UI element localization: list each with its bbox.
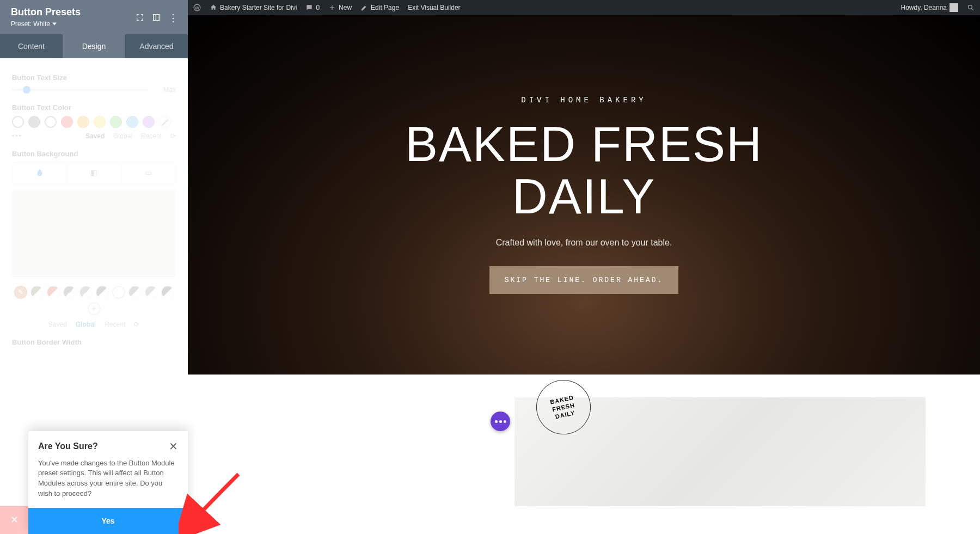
preset-dropdown[interactable]: Preset: White <box>11 20 81 28</box>
focus-icon[interactable] <box>136 13 144 22</box>
bg-swatch-add[interactable] <box>88 302 101 315</box>
swatch-blue[interactable] <box>126 116 138 128</box>
hero-section: DIVI HOME BAKERY BAKED FRESH DAILY Craft… <box>188 15 980 375</box>
subtab-saved[interactable]: Saved <box>85 132 105 140</box>
home-icon <box>210 4 217 11</box>
confirm-yes-button[interactable]: Yes <box>28 508 188 534</box>
bg-swatch-grey3[interactable] <box>96 286 109 299</box>
background-type-tabs: ◧ ▭ <box>12 162 176 185</box>
wp-exit-builder[interactable]: Exit Visual Builder <box>408 4 461 11</box>
swatch-empty[interactable] <box>45 116 57 128</box>
confirm-dialog: Are You Sure? ✕ You've made changes to t… <box>28 431 188 534</box>
search-icon <box>967 4 975 11</box>
hero-subtitle: Crafted with love, from our oven to your… <box>496 238 672 248</box>
hero-title: BAKED FRESH DAILY <box>405 119 763 223</box>
label-border-width: Button Border Width <box>12 338 176 346</box>
tab-design[interactable]: Design <box>63 34 125 58</box>
hero-eyebrow: DIVI HOME BAKERY <box>521 96 646 105</box>
refresh-icon[interactable]: ⟳ <box>170 132 176 140</box>
plus-icon <box>328 4 336 11</box>
svg-point-1 <box>968 5 972 9</box>
below-hero-section: BAKED FRESH DAILY <box>188 375 980 534</box>
bg-swatch-grey2[interactable] <box>79 286 93 299</box>
hero-cta-button[interactable]: SKIP THE LINE. ORDER AHEAD. <box>489 266 679 294</box>
bg-swatch-grey6[interactable] <box>161 286 174 299</box>
kebab-menu-icon[interactable]: ⋮ <box>168 13 177 22</box>
comment-icon <box>305 4 313 11</box>
swatch-grey[interactable] <box>28 116 40 128</box>
confirm-body: You've made changes to the Button Module… <box>28 458 188 508</box>
bg-swatch-grey1[interactable] <box>63 286 76 299</box>
wp-edit-page[interactable]: Edit Page <box>360 4 399 11</box>
wordpress-icon <box>193 4 201 11</box>
subtab2-recent[interactable]: Recent <box>105 321 125 328</box>
bg-swatch-grey5[interactable] <box>145 286 158 299</box>
bg-tab-color[interactable] <box>13 163 67 184</box>
panel-header: Button Presets Preset: White ⋮ <box>0 0 188 34</box>
wp-site-link[interactable]: Bakery Starter Site for Divi <box>210 4 297 11</box>
wp-admin-bar: Bakery Starter Site for Divi 0 New Edit … <box>188 0 980 15</box>
sidebar-toggle-icon[interactable] <box>152 13 161 22</box>
panel-tabs: Content Design Advanced <box>0 34 188 58</box>
wp-logo[interactable] <box>193 4 201 11</box>
text-size-slider[interactable] <box>12 89 149 91</box>
wp-howdy[interactable]: Howdy, Deanna <box>901 3 959 12</box>
swatch-red[interactable] <box>61 116 73 128</box>
subtab2-global[interactable]: Global <box>76 321 96 328</box>
svg-point-0 <box>194 4 200 11</box>
wp-comments[interactable]: 0 <box>305 4 320 11</box>
bg-swatch-red[interactable] <box>47 286 60 299</box>
refresh-icon-2[interactable]: ⟳ <box>134 321 139 328</box>
wp-new[interactable]: New <box>328 4 352 11</box>
label-text-color: Button Text Color <box>12 103 176 112</box>
bg-tab-gradient[interactable]: ◧ <box>67 163 121 184</box>
builder-fab[interactable] <box>491 412 510 431</box>
tab-advanced[interactable]: Advanced <box>125 34 188 58</box>
bg-swatch-grey4[interactable] <box>128 286 142 299</box>
confirm-title: Are You Sure? <box>38 441 98 451</box>
slider-max-label: Max <box>154 86 176 94</box>
background-swatches <box>12 286 176 315</box>
preview-area: Bakery Starter Site for Divi 0 New Edit … <box>188 0 980 534</box>
subtab-recent[interactable]: Recent <box>141 132 162 140</box>
subtab-global[interactable]: Global <box>113 132 132 140</box>
text-color-swatches <box>12 116 176 128</box>
bg-tab-image[interactable]: ▭ <box>121 163 175 184</box>
tab-content[interactable]: Content <box>0 34 63 58</box>
discard-button[interactable]: ✕ <box>0 506 28 534</box>
swatch-purple[interactable] <box>143 116 155 128</box>
swatch-clear[interactable] <box>159 116 171 128</box>
background-preview[interactable] <box>12 190 176 277</box>
bg-swatch-olive[interactable] <box>30 286 44 299</box>
subtab2-saved[interactable]: Saved <box>48 321 67 328</box>
avatar <box>950 3 958 12</box>
chevron-down-icon <box>52 22 57 26</box>
drop-icon <box>35 168 44 177</box>
swatch-orange[interactable] <box>77 116 89 128</box>
settings-panel: Button Presets Preset: White ⋮ Content D… <box>0 0 188 534</box>
confirm-close-icon[interactable]: ✕ <box>169 440 178 453</box>
more-icon[interactable]: ••• <box>12 132 22 140</box>
bg-swatch-active[interactable] <box>14 286 27 299</box>
label-text-size: Button Text Size <box>12 73 176 82</box>
pencil-icon <box>360 4 368 11</box>
panel-title: Button Presets <box>11 7 81 18</box>
swatch-none[interactable] <box>12 116 24 128</box>
page-canvas[interactable]: DIVI HOME BAKERY BAKED FRESH DAILY Craft… <box>188 15 980 534</box>
bg-swatch-white[interactable] <box>112 286 125 299</box>
wp-search[interactable] <box>967 4 975 11</box>
swatch-green[interactable] <box>110 116 122 128</box>
label-background: Button Background <box>12 150 176 158</box>
swatch-yellow[interactable] <box>94 116 106 128</box>
